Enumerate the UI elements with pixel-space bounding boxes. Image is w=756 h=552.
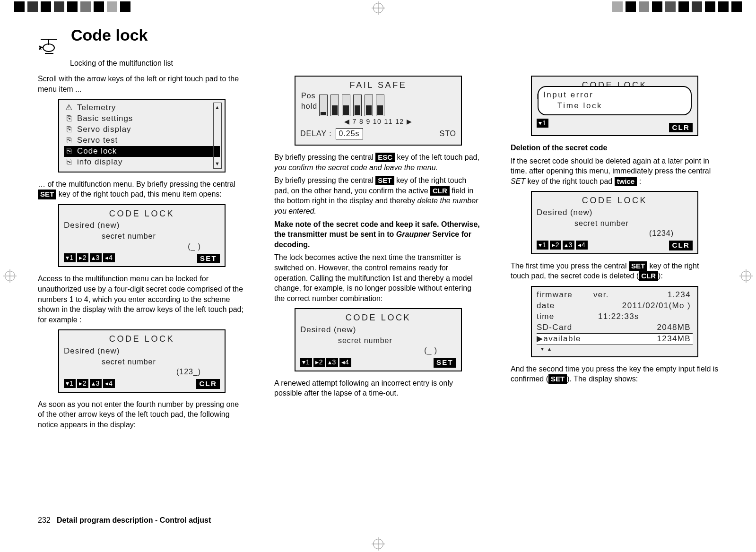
code-lock-screen-123: CODE LOCK Desired (new) secret number (1… [58,329,226,392]
key-1: ▾1 [300,358,312,367]
folder-icon: ⎘ [65,135,73,146]
scroll-up-icon: ▲ [215,104,220,111]
delay-row: DELAY : 0.25s STO [300,128,456,139]
helicopter-icon [38,35,60,60]
key-1: ▾1 [537,119,548,128]
screen-title: CODE LOCK [537,195,693,206]
pos-hold-label: Pos hold [301,91,317,111]
key-4: ◂4 [103,379,115,388]
menu-item-telemetry: ⚠Telemetry [64,103,220,113]
menu-item-info-display: ⎘info display [64,157,220,168]
screen-line1: Desired (new) [300,325,456,336]
menu-item-servo-test: ⎘Servo test [64,135,220,146]
menu-label: Telemetry [77,103,116,113]
screen-line2: secret number [64,357,220,367]
page-number: 232 [38,516,51,524]
set-button: SET [197,254,220,263]
menu-screen: ⚠Telemetry ⎘Basic settings ⎘Servo displa… [58,99,226,172]
info-row-date: date2011/02/01(Mo ) [537,301,693,311]
clr-key: CLR [639,271,658,281]
delay-label: DELAY : [300,129,332,139]
info-row-available: ▶available1234MB [537,333,693,345]
page-title: Code lock [71,26,148,44]
menu-label: info display [77,157,123,168]
scrollbar: ▲▼ [213,103,222,169]
registration-mark-icon [741,271,751,281]
screen-line3: (_ ) [300,345,456,356]
code-lock-screen-prompt: CODE LOCK Desired (new) secret number (_… [295,308,462,371]
clr-button: CLR [196,379,220,388]
page-footer: 232 Detail program description - Control… [38,516,211,525]
col1-p2: … of the multifunction menu. By briefly … [38,179,246,199]
folder-icon: ⎘ [65,124,73,135]
delay-value: 0.25s [336,128,363,139]
sto-label: STO [440,129,456,139]
set-key: SET [629,261,647,271]
screen-line3: (123_) [64,367,220,377]
menu-label: Servo test [77,135,118,146]
menu-label: Code lock [77,146,117,157]
menu-item-basic-settings: ⎘Basic settings [64,113,220,124]
key-3: ▴3 [563,241,574,250]
key-3: ▴3 [90,379,102,388]
menu-item-servo-display: ⎘Servo display [64,124,220,135]
key-2: ▸2 [313,358,325,367]
folder-icon: ⎘ [65,113,73,124]
screen-title: CODE LOCK [300,312,456,323]
nav-arrows: ▾ ▴ [537,345,693,353]
info-row-firmware: firmwarever.1.234 [537,290,693,301]
set-key: SET [38,190,56,199]
col3-p1: If the secret code should be deleted aga… [511,156,719,187]
key-1: ▾1 [537,241,548,250]
info-row-time: time11:22:33s [537,311,693,322]
col3-heading: Deletion of the secret code [511,143,719,153]
col2-bold: Make note of the secret code and keep it… [274,219,482,250]
screen-line1: Desired (new) [64,220,220,231]
clr-key: CLR [430,186,450,196]
info-screen: firmwarever.1.234 date2011/02/01(Mo ) ti… [531,286,698,357]
key-1: ▾1 [64,379,76,388]
scroll-down-icon: ▼ [215,160,220,167]
col1-p4: As soon as you not enter the fourth numb… [38,399,246,430]
set-key: SET [548,374,567,384]
overlay-line1: Input error [543,90,686,101]
col2-p3: The lock becomes active the next time th… [274,252,482,303]
screen-line3: (_ ) [64,242,220,252]
key-1: ▾1 [64,253,76,262]
screen-line1: Desired (new) [64,346,220,357]
column-1: Scroll with the arrow keys of the left o… [38,71,246,432]
channel-numbers: ◀ 7 8 9 10 11 12 ▶ [300,117,456,126]
print-registration-top-right [598,0,756,13]
col1-p1: Scroll with the arrow keys of the left o… [38,74,246,94]
key-3: ▴3 [90,253,102,262]
page-subtitle: Locking of the multifunction list [70,59,173,68]
screen-title: CODE LOCK [64,208,220,219]
folder-icon: ⎘ [65,146,73,157]
screen-line3: (1234) [537,228,693,239]
warning-icon: ⚠ [65,103,73,113]
info-row-sdcard: SD-Card2048MB [537,322,693,333]
set-key: SET [375,176,394,185]
menu-label: Basic settings [77,113,133,124]
column-2: FAIL SAFE Pos hold ◀ 7 8 9 10 11 12 ▶ DE… [274,71,482,432]
clr-button: CLR [669,123,693,132]
col1-p3: Access to the multifunction menu can be … [38,274,246,325]
twice-key: twice [615,177,637,186]
col2-p1: By briefly pressing the central ESC key … [274,152,482,172]
screen-line2: secret number [537,218,693,229]
key-4: ◂4 [103,253,115,262]
clr-button: CLR [669,241,693,250]
arrow-key-legend: ▾1 ▸2 ▴3 ◂4 [300,358,456,367]
fail-safe-screen: FAIL SAFE Pos hold ◀ 7 8 9 10 11 12 ▶ DE… [295,76,462,146]
screen-line2: secret number [64,231,220,242]
arrow-key-legend: ▾1 ▸2 ▴3 ◂4 [64,253,220,262]
col2-p4: A renewed attempt following an incorrect… [274,378,482,398]
col3-p3: And the second time you press the key th… [511,364,719,384]
code-lock-screen-1234: CODE LOCK Desired (new) secret number (1… [531,191,698,254]
key-4: ◂4 [576,241,588,250]
key-3: ▴3 [326,358,338,367]
footer-text: Detail program description - Control adj… [57,516,211,524]
set-button: SET [434,358,456,367]
screen-line2: secret number [300,336,456,346]
servo-gauges [319,93,456,116]
